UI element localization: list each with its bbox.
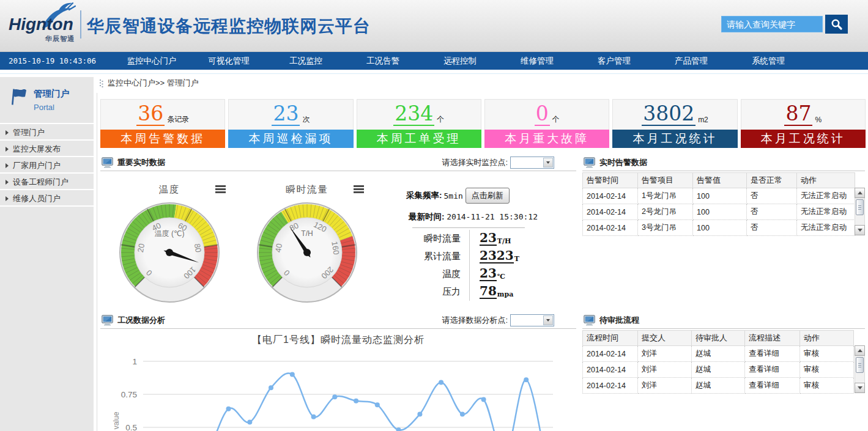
logo-text: Hignton — [9, 15, 73, 34]
chart-point-13[interactable] — [460, 411, 465, 416]
alarm-cell-0-0: 2014-02-14 — [583, 188, 638, 204]
temperature-gauge: 020406080100温度 (℃) — [117, 201, 221, 304]
chart-point-14[interactable] — [481, 397, 486, 402]
logo[interactable]: Hignton 华辰智通 — [9, 4, 81, 48]
approval-col-header-4: 动作 — [800, 331, 854, 346]
alarm-row-0: 2014-02-141号龙门吊100否无法正常启动 — [583, 188, 855, 204]
stat-card-value[interactable]: 0 — [535, 103, 550, 126]
approval-cell-1-0: 2014-02-14 — [583, 362, 638, 378]
approval-cell-2-4[interactable]: 审核 — [800, 378, 854, 394]
monitor-icon — [584, 157, 596, 168]
chart-point-5[interactable] — [290, 372, 295, 377]
approval-cell-0-1: 刘洋 — [638, 346, 692, 362]
nav-item-8[interactable]: 系统管理 — [730, 56, 807, 67]
stat-card-label: 本月工况统计 — [741, 130, 866, 148]
navbar-timestamp: 2015-10-19 10:43:06 — [0, 56, 113, 65]
chart-point-16[interactable] — [524, 377, 529, 382]
stat-card-value[interactable]: 36 — [136, 103, 165, 126]
reading-label: 温度 — [404, 265, 470, 283]
alarm-row-2: 2014-02-143号龙门吊100否无法正常启动 — [583, 220, 855, 236]
chart-point-12[interactable] — [439, 380, 443, 385]
page: Hignton 华辰智通 华辰智通设备远程监控物联网云平台 2015-10-19… — [0, 0, 868, 431]
nav-item-5[interactable]: 维修管理 — [499, 56, 576, 67]
svg-text:value: value — [112, 411, 121, 429]
title-divider — [80, 10, 81, 39]
scroll-down-button[interactable] — [855, 225, 865, 235]
nav-item-2[interactable]: 工况监控 — [267, 56, 344, 67]
chart-point-6[interactable] — [311, 414, 316, 419]
chevron-down-icon[interactable] — [543, 158, 553, 168]
nav-item-4[interactable]: 远程控制 — [421, 56, 499, 67]
chart-point-2[interactable] — [226, 407, 231, 411]
nav-item-1[interactable]: 可视化管理 — [190, 56, 267, 67]
refresh-button[interactable]: 点击刷新 — [466, 188, 510, 204]
reading-row-0: 瞬时流量23T/H — [404, 230, 519, 248]
chevron-down-icon[interactable] — [543, 315, 553, 325]
alarm-cell-1-2: 100 — [693, 204, 747, 220]
gauge-menu-icon[interactable] — [354, 185, 364, 194]
sidebar-item-1[interactable]: 监控大屏发布 — [0, 141, 94, 157]
chart-point-11[interactable] — [417, 411, 422, 416]
approval-cell-2-3[interactable]: 查看详细 — [745, 378, 800, 394]
stat-card-value[interactable]: 3802 — [642, 103, 696, 126]
approval-table-scrollbar[interactable] — [855, 345, 865, 393]
search-button[interactable] — [825, 15, 848, 34]
alarm-cell-1-3: 否 — [747, 204, 797, 220]
monitor-point-select[interactable] — [510, 157, 554, 169]
breadcrumb: 监控中心门户>> 管理门户 — [100, 78, 199, 89]
stat-card-value[interactable]: 87 — [784, 103, 812, 126]
analysis-point-select[interactable] — [510, 314, 554, 326]
alarm-table: 告警时间告警项目告警值是否正常动作2014-02-141号龙门吊100否无法正常… — [582, 172, 855, 236]
chart-point-9[interactable] — [375, 402, 380, 407]
alarm-panel-header: 实时告警数据 — [582, 154, 865, 171]
approval-cell-0-3[interactable]: 查看详细 — [745, 346, 800, 362]
stat-card-2: 234个本周工单受理 — [357, 99, 481, 148]
approval-cell-0-2: 赵城 — [692, 346, 745, 362]
chart-point-7[interactable] — [332, 394, 337, 399]
chart-point-4[interactable] — [269, 385, 273, 390]
monitor-icon — [102, 315, 114, 326]
scroll-up-button[interactable] — [855, 345, 865, 356]
approval-table: 流程时间提交人待审批人流程描述动作2014-02-14刘洋赵城查看详细审核201… — [582, 330, 854, 394]
chart-point-8[interactable] — [354, 399, 358, 403]
sidebar-item-2[interactable]: 厂家用户门户 — [0, 157, 94, 174]
scroll-thumb[interactable] — [856, 357, 864, 373]
stat-card-unit: 次 — [302, 114, 310, 125]
alarm-col-header-3: 是否正常 — [747, 173, 797, 188]
nav-item-7[interactable]: 产品管理 — [653, 56, 730, 67]
alarm-col-header-1: 告警项目 — [638, 173, 693, 188]
scroll-up-button[interactable] — [855, 188, 865, 198]
stat-card-value[interactable]: 23 — [272, 103, 300, 126]
nav-item-0[interactable]: 监控中心门户 — [113, 56, 190, 67]
chart-point-10[interactable] — [396, 427, 401, 431]
search-input[interactable] — [721, 16, 823, 32]
approval-cell-0-4[interactable]: 审核 — [800, 346, 854, 362]
alarm-cell-1-1: 2号龙门吊 — [638, 204, 693, 220]
nav-item-6[interactable]: 客户管理 — [576, 56, 653, 67]
approval-cell-1-3[interactable]: 查看详细 — [745, 362, 800, 378]
gauge-menu-icon[interactable] — [215, 185, 226, 194]
sidebar: 管理门户 Portal 管理门户监控大屏发布厂家用户门户设备工程师门户维修人员门… — [0, 77, 94, 431]
scroll-up-icon — [858, 349, 862, 352]
stat-card-value[interactable]: 234 — [393, 103, 434, 126]
nav-item-3[interactable]: 工况告警 — [344, 56, 421, 67]
approval-cell-1-4[interactable]: 审核 — [800, 362, 854, 378]
alarm-table-scrollbar[interactable] — [855, 188, 865, 235]
sidebar-item-0[interactable]: 管理门户 — [0, 124, 94, 141]
approval-panel: 待审批流程 流程时间提交人待审批人流程描述动作2014-02-14刘洋赵城查看详… — [582, 312, 865, 431]
sidebar-item-4[interactable]: 维修人员门户 — [0, 190, 94, 207]
sidebar-item-3[interactable]: 设备工程师门户 — [0, 174, 94, 190]
approval-cell-2-1: 刘洋 — [638, 378, 692, 394]
scroll-track[interactable] — [855, 198, 865, 225]
monitor-icon — [102, 157, 114, 168]
chart-point-3[interactable] — [247, 419, 252, 424]
reading-unit: mpa — [497, 290, 513, 298]
stat-card-4: 3802m2本月工况统计 — [612, 99, 737, 148]
scroll-track[interactable] — [855, 356, 865, 383]
stat-card-label: 本周工单受理 — [357, 130, 481, 148]
scroll-thumb[interactable] — [856, 199, 864, 215]
realtime-panel-header: 重要实时数据 请选择实时监控点: — [100, 154, 576, 171]
portal-header[interactable]: 管理门户 Portal — [0, 77, 94, 112]
scroll-down-button[interactable] — [855, 383, 865, 393]
latest-time-label: 最新时间: — [409, 212, 445, 221]
